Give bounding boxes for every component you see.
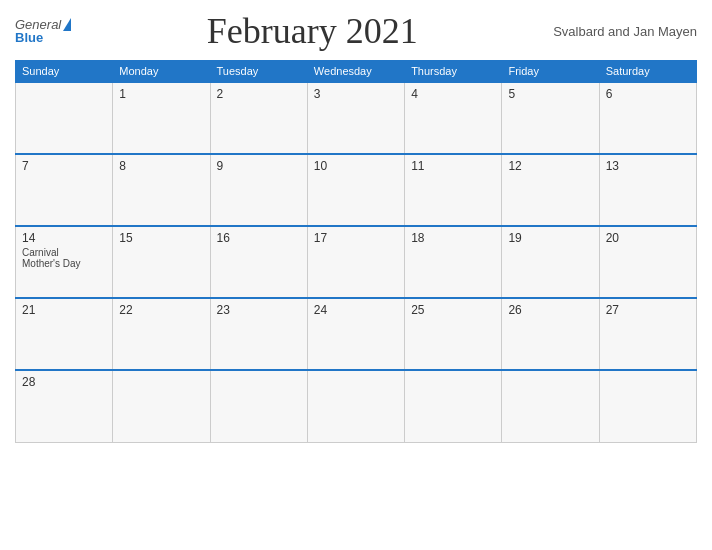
calendar-event: Mother's Day	[22, 258, 106, 269]
calendar-cell: 27	[599, 298, 696, 370]
calendar-week-row: 78910111213	[16, 154, 697, 226]
calendar-cell	[405, 370, 502, 442]
calendar-cell: 24	[307, 298, 404, 370]
calendar-cell: 23	[210, 298, 307, 370]
calendar-cell: 19	[502, 226, 599, 298]
day-number: 28	[22, 375, 106, 389]
col-wednesday: Wednesday	[307, 61, 404, 83]
calendar-cell: 7	[16, 154, 113, 226]
calendar-cell	[307, 370, 404, 442]
calendar-cell: 5	[502, 82, 599, 154]
day-number: 13	[606, 159, 690, 173]
col-thursday: Thursday	[405, 61, 502, 83]
day-number: 17	[314, 231, 398, 245]
calendar-cell	[502, 370, 599, 442]
calendar-header-row: Sunday Monday Tuesday Wednesday Thursday…	[16, 61, 697, 83]
calendar-cell: 26	[502, 298, 599, 370]
day-number: 7	[22, 159, 106, 173]
day-number: 5	[508, 87, 592, 101]
calendar-cell: 8	[113, 154, 210, 226]
calendar-cell	[210, 370, 307, 442]
day-number: 16	[217, 231, 301, 245]
page: General Blue February 2021 Svalbard and …	[0, 0, 712, 550]
day-number: 8	[119, 159, 203, 173]
day-number: 1	[119, 87, 203, 101]
day-number: 19	[508, 231, 592, 245]
day-number: 18	[411, 231, 495, 245]
calendar-week-row: 14CarnivalMother's Day151617181920	[16, 226, 697, 298]
day-number: 26	[508, 303, 592, 317]
day-number: 15	[119, 231, 203, 245]
day-number: 20	[606, 231, 690, 245]
calendar-event: Carnival	[22, 247, 106, 258]
calendar-cell	[599, 370, 696, 442]
day-number: 9	[217, 159, 301, 173]
day-number: 25	[411, 303, 495, 317]
day-number: 23	[217, 303, 301, 317]
col-tuesday: Tuesday	[210, 61, 307, 83]
calendar-week-row: 123456	[16, 82, 697, 154]
calendar-cell	[113, 370, 210, 442]
calendar-cell: 25	[405, 298, 502, 370]
calendar-cell: 16	[210, 226, 307, 298]
day-number: 24	[314, 303, 398, 317]
calendar-cell: 4	[405, 82, 502, 154]
col-monday: Monday	[113, 61, 210, 83]
calendar-cell: 1	[113, 82, 210, 154]
calendar-cell: 17	[307, 226, 404, 298]
calendar-cell: 9	[210, 154, 307, 226]
header: General Blue February 2021 Svalbard and …	[15, 10, 697, 52]
col-saturday: Saturday	[599, 61, 696, 83]
calendar-cell: 18	[405, 226, 502, 298]
calendar-cell	[16, 82, 113, 154]
calendar-cell: 3	[307, 82, 404, 154]
col-friday: Friday	[502, 61, 599, 83]
calendar: Sunday Monday Tuesday Wednesday Thursday…	[15, 60, 697, 443]
logo: General Blue	[15, 18, 71, 44]
calendar-cell: 13	[599, 154, 696, 226]
calendar-cell: 22	[113, 298, 210, 370]
calendar-cell: 6	[599, 82, 696, 154]
calendar-cell: 15	[113, 226, 210, 298]
day-number: 11	[411, 159, 495, 173]
calendar-cell: 21	[16, 298, 113, 370]
logo-triangle-icon	[63, 18, 71, 31]
day-number: 14	[22, 231, 106, 245]
day-number: 2	[217, 87, 301, 101]
calendar-cell: 20	[599, 226, 696, 298]
day-number: 6	[606, 87, 690, 101]
day-number: 12	[508, 159, 592, 173]
day-number: 21	[22, 303, 106, 317]
day-number: 4	[411, 87, 495, 101]
calendar-week-row: 21222324252627	[16, 298, 697, 370]
calendar-cell: 12	[502, 154, 599, 226]
day-number: 22	[119, 303, 203, 317]
month-title: February 2021	[207, 10, 418, 52]
calendar-cell: 14CarnivalMother's Day	[16, 226, 113, 298]
calendar-cell: 11	[405, 154, 502, 226]
region-label: Svalbard and Jan Mayen	[553, 24, 697, 39]
day-number: 3	[314, 87, 398, 101]
calendar-cell: 28	[16, 370, 113, 442]
col-sunday: Sunday	[16, 61, 113, 83]
calendar-cell: 10	[307, 154, 404, 226]
day-number: 27	[606, 303, 690, 317]
day-number: 10	[314, 159, 398, 173]
calendar-cell: 2	[210, 82, 307, 154]
calendar-week-row: 28	[16, 370, 697, 442]
logo-blue-text: Blue	[15, 31, 43, 44]
